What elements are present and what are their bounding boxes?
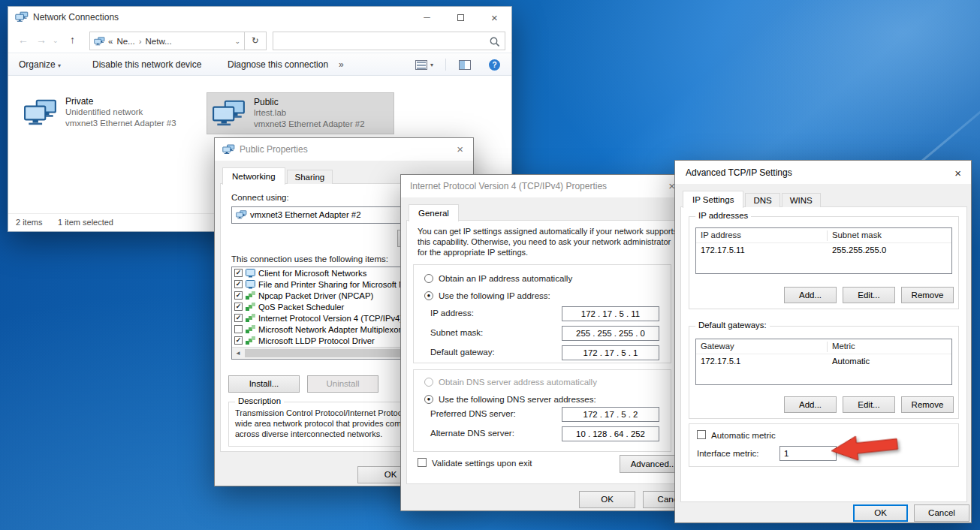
back-button[interactable]: ← bbox=[18, 34, 29, 46]
close-button[interactable]: × bbox=[954, 166, 961, 181]
tab-ip-settings[interactable]: IP Settings bbox=[683, 191, 743, 208]
item-checkbox[interactable]: ✓ bbox=[234, 280, 243, 288]
remove-button[interactable]: Remove bbox=[901, 396, 954, 413]
title-bar: Advanced TCP/IP Settings × bbox=[675, 161, 971, 184]
tab-dns[interactable]: DNS bbox=[745, 193, 779, 207]
organize-button[interactable]: Organize ▾ bbox=[19, 59, 61, 70]
radio-use-ip[interactable]: ● bbox=[424, 291, 433, 300]
ok-button[interactable]: OK bbox=[579, 491, 635, 508]
tab-networking[interactable]: Networking bbox=[222, 167, 285, 185]
adapter-icon bbox=[212, 100, 246, 127]
tab-sharing[interactable]: Sharing bbox=[287, 170, 333, 184]
automatic-metric-label: Automatic metric bbox=[711, 431, 776, 440]
add-button[interactable]: Add... bbox=[784, 287, 837, 303]
intro-text: You can get IP settings assigned automat… bbox=[418, 227, 677, 236]
adapter-item-public[interactable]: Public lrtest.lab vmxnet3 Ethernet Adapt… bbox=[207, 92, 394, 134]
item-label: Microsoft Network Adapter Multiplexor Pr… bbox=[258, 325, 417, 334]
disable-device-button[interactable]: Disable this network device bbox=[92, 59, 201, 70]
refresh-button[interactable]: ↻ bbox=[244, 32, 266, 50]
tab-general[interactable]: General bbox=[409, 204, 459, 221]
diagnose-connection-button[interactable]: Diagnose this connection bbox=[228, 59, 328, 70]
item-label: Npcap Packet Driver (NPCAP) bbox=[258, 291, 373, 300]
connection-items-label: This connection uses the following items… bbox=[231, 254, 388, 263]
description-label: Description bbox=[235, 396, 284, 405]
item-checkbox[interactable]: ✓ bbox=[234, 303, 243, 311]
close-button[interactable]: × bbox=[478, 7, 511, 29]
protocol-icon bbox=[246, 336, 255, 345]
add-button[interactable]: Add... bbox=[784, 396, 837, 413]
item-label: Internet Protocol Version 4 (TCP/IPv4) bbox=[258, 314, 403, 323]
radio-obtain-dns[interactable] bbox=[424, 378, 433, 387]
ok-button[interactable]: OK bbox=[853, 504, 908, 522]
ip-settings-tab-page: IP addresses IP address Subnet mask 172.… bbox=[680, 206, 967, 502]
address-dropdown-button[interactable]: ⌄ bbox=[231, 38, 244, 45]
validate-checkbox[interactable] bbox=[418, 458, 427, 467]
radio-use-ip-label: Use the following IP address: bbox=[439, 291, 550, 300]
item-checkbox[interactable]: ✓ bbox=[234, 269, 243, 277]
default-gateway-label: Default gateway: bbox=[430, 348, 495, 357]
views-caret-icon[interactable]: ▾ bbox=[430, 62, 433, 68]
radio-use-dns[interactable]: ● bbox=[424, 395, 433, 404]
help-button[interactable]: ? bbox=[489, 59, 500, 71]
item-checkbox[interactable] bbox=[234, 325, 243, 333]
adapter-name: Private bbox=[65, 96, 93, 107]
ip-address-table[interactable]: IP address Subnet mask 172.17.5.11 255.2… bbox=[695, 227, 952, 274]
preview-pane-icon[interactable] bbox=[459, 60, 471, 70]
ipv4-properties-dialog: Internet Protocol Version 4 (TCP/IPv4) P… bbox=[400, 174, 686, 511]
tab-wins[interactable]: WINS bbox=[782, 193, 821, 207]
address-location-icon bbox=[94, 37, 105, 46]
connect-using-label: Connect using: bbox=[231, 193, 289, 202]
forward-button[interactable]: → bbox=[36, 34, 47, 46]
cancel-button[interactable]: Cancel bbox=[914, 504, 969, 522]
table-row[interactable]: 172.17.5.1 Automatic bbox=[696, 354, 951, 369]
up-button[interactable]: ↑ bbox=[70, 34, 75, 46]
scrollbar-thumb[interactable] bbox=[245, 349, 412, 357]
adapter-network: lrtest.lab bbox=[254, 108, 286, 117]
adapter-device: vmxnet3 Ethernet Adapter #2 bbox=[254, 119, 365, 128]
tab-strip: General bbox=[409, 203, 460, 221]
description-text: across diverse interconnected networks. bbox=[235, 429, 382, 438]
toolbar-overflow-button[interactable]: » bbox=[339, 59, 344, 70]
table-row[interactable]: 172.17.5.11 255.255.255.0 bbox=[696, 243, 951, 257]
ip-addresses-label: IP addresses bbox=[695, 211, 751, 220]
adapter-item-private[interactable]: Private Unidentified network vmxnet3 Eth… bbox=[19, 92, 207, 134]
intro-text: this capability. Otherwise, you need to … bbox=[418, 237, 671, 246]
install-button[interactable]: Install... bbox=[228, 375, 300, 393]
radio-obtain-ip[interactable] bbox=[424, 274, 433, 283]
item-checkbox[interactable]: ✓ bbox=[234, 291, 243, 300]
uninstall-button[interactable]: Uninstall bbox=[307, 375, 378, 393]
recent-locations-button[interactable]: ⌄ bbox=[53, 37, 59, 44]
table-header: Gateway Metric bbox=[696, 339, 951, 354]
breadcrumb-crumb[interactable]: Ne... bbox=[113, 37, 138, 46]
intro-text: for the appropriate IP settings. bbox=[418, 248, 528, 257]
edit-button[interactable]: Edit... bbox=[843, 396, 895, 413]
minimize-button[interactable]: ─ bbox=[410, 7, 444, 29]
remove-button[interactable]: Remove bbox=[901, 287, 954, 303]
item-checkbox[interactable]: ✓ bbox=[234, 314, 243, 322]
column-header: Metric bbox=[832, 342, 855, 351]
minimize-icon: ─ bbox=[424, 12, 430, 23]
dialog-icon bbox=[222, 144, 235, 155]
scroll-left-button[interactable]: ◄ bbox=[232, 348, 244, 359]
close-button[interactable]: × bbox=[457, 142, 463, 157]
item-label: Microsoft LLDP Protocol Driver bbox=[258, 336, 375, 345]
default-gateway-field[interactable]: 172 . 17 . 5 . 1 bbox=[562, 345, 659, 360]
caret-down-icon: ▾ bbox=[58, 62, 61, 69]
alternate-dns-field[interactable]: 10 . 128 . 64 . 252 bbox=[562, 426, 659, 441]
address-bar[interactable]: « Ne... › Netw... ⌄ ↻ bbox=[89, 32, 267, 50]
description-text: wide area network protocol that provides… bbox=[235, 419, 413, 428]
default-gateways-group: Default gateways: Gateway Metric 172.17.… bbox=[689, 326, 959, 419]
search-input[interactable] bbox=[278, 34, 485, 48]
maximize-button[interactable] bbox=[444, 7, 478, 29]
edit-button[interactable]: Edit... bbox=[843, 287, 895, 303]
automatic-metric-checkbox[interactable] bbox=[697, 430, 706, 439]
item-checkbox[interactable]: ✓ bbox=[234, 336, 243, 345]
preferred-dns-field[interactable]: 172 . 17 . 5 . 2 bbox=[562, 407, 659, 422]
gateway-table[interactable]: Gateway Metric 172.17.5.1 Automatic bbox=[695, 339, 952, 385]
subnet-mask-field[interactable]: 255 . 255 . 255 . 0 bbox=[562, 326, 659, 341]
ip-addresses-group: IP addresses IP address Subnet mask 172.… bbox=[689, 216, 959, 309]
preferred-dns-label: Preferred DNS server: bbox=[430, 409, 516, 418]
views-icon[interactable] bbox=[415, 60, 427, 70]
breadcrumb-crumb[interactable]: Netw... bbox=[142, 37, 176, 46]
ip-address-field[interactable]: 172 . 17 . 5 . 11 bbox=[562, 306, 659, 321]
